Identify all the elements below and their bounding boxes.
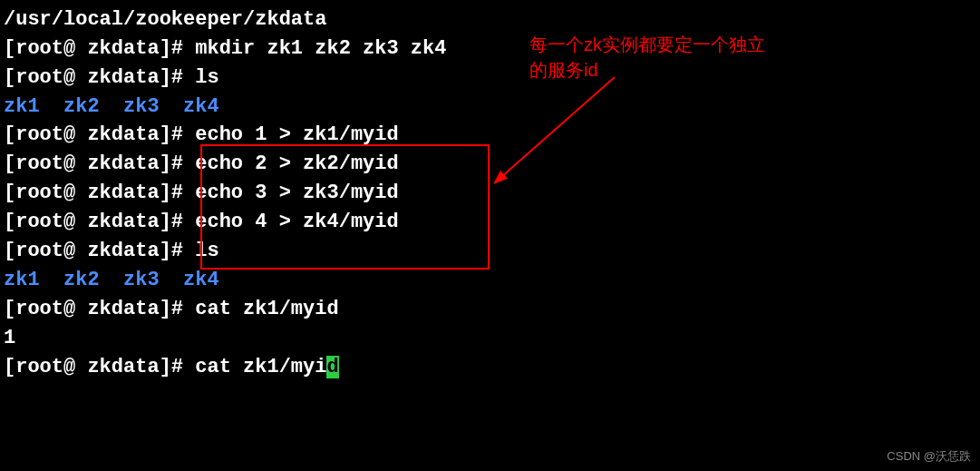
terminal-line: [root@ zkdata]# echo 2 > zk2/myid	[4, 150, 976, 179]
annotation-line: 每一个zk实例都要定一个独立	[529, 32, 765, 57]
annotation-text: 每一个zk实例都要定一个独立 的服务id	[529, 32, 765, 83]
ls-output: zk1 zk2 zk3 zk4	[4, 266, 976, 295]
command: ls	[195, 66, 218, 89]
dir-entry: zk4	[183, 269, 219, 291]
prompt: [root@ zkdata]	[4, 211, 171, 233]
terminal-line: [root@ zkdata]# cat zk1/myid	[4, 295, 976, 324]
dir-entry: zk2	[63, 95, 100, 118]
prompt: [root@ zkdata]	[4, 182, 171, 204]
prompt: [root@ zkdata]	[4, 123, 171, 146]
dir-entry: zk2	[63, 269, 100, 291]
prompt: [root@ zkdata]#	[4, 37, 195, 60]
prompt: [root@ zkdata]#	[4, 240, 195, 262]
prompt: [root@ zkdata]#	[4, 66, 195, 89]
pwd-output: /usr/local/zookeeper/zkdata	[4, 5, 976, 34]
command: # echo 2 > zk2/myid	[171, 152, 399, 175]
ls-output: zk1 zk2 zk3 zk4	[4, 93, 976, 122]
terminal-line: [root@ zkdata]# echo 1 > zk1/myid	[4, 121, 976, 150]
terminal-current-line[interactable]: [root@ zkdata]# cat zk1/myid	[4, 353, 976, 382]
terminal-line: [root@ zkdata]# echo 4 > zk4/myid	[4, 208, 976, 237]
command: # echo 1 > zk1/myid	[171, 123, 399, 146]
dir-entry: zk3	[123, 269, 160, 291]
command: cat zk1/myid	[195, 298, 338, 320]
dir-entry: zk1	[4, 95, 40, 118]
terminal-line: [root@ zkdata]# echo 3 > zk3/myid	[4, 179, 976, 208]
command: # echo 4 > zk4/myid	[171, 211, 399, 233]
command: mkdir zk1 zk2 zk3 zk4	[195, 37, 446, 60]
prompt: [root@ zkdata]#	[4, 298, 195, 320]
dir-entry: zk3	[123, 95, 160, 118]
dir-entry: zk4	[183, 95, 219, 118]
annotation-line: 的服务id	[529, 57, 765, 83]
dir-entry: zk1	[4, 269, 40, 291]
terminal-line: [root@ zkdata]# ls	[4, 237, 976, 266]
cursor: d	[326, 356, 338, 378]
command: # echo 3 > zk3/myid	[171, 182, 399, 204]
cat-output: 1	[4, 324, 976, 353]
command-input[interactable]: cat zk1/myi	[195, 356, 326, 378]
terminal-line: [root@ zkdata]# ls	[4, 64, 976, 93]
prompt: [root@ zkdata]#	[4, 356, 195, 378]
watermark: CSDN @沃恁跌	[887, 448, 971, 466]
terminal-line: [root@ zkdata]# mkdir zk1 zk2 zk3 zk4	[4, 34, 976, 64]
command: ls	[195, 240, 218, 262]
prompt: [root@ zkdata]	[4, 152, 171, 175]
